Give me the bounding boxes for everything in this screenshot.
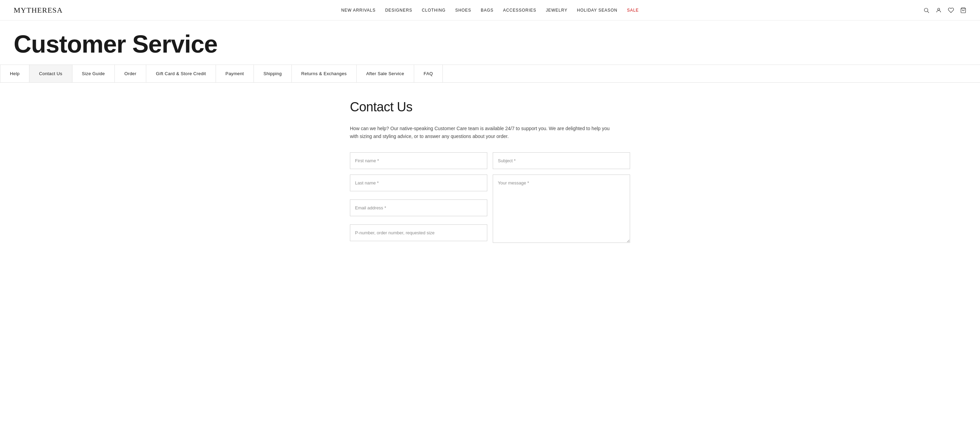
- first-name-field: [350, 153, 487, 169]
- main-content: Contact Us How can we help? Our native-s…: [336, 83, 644, 261]
- tab-faq[interactable]: FAQ: [414, 65, 443, 82]
- subject-field: [493, 153, 630, 169]
- p-number-input[interactable]: [350, 224, 487, 241]
- tab-help[interactable]: Help: [0, 65, 29, 82]
- header-icons: [923, 7, 966, 13]
- subject-input[interactable]: [493, 153, 630, 169]
- nav-sale[interactable]: SALE: [627, 8, 639, 13]
- last-name-input[interactable]: [350, 175, 487, 191]
- page-title: Customer Service: [14, 31, 966, 58]
- email-field: [350, 199, 487, 219]
- tabs-bar: Help Contact Us Size Guide Order Gift Ca…: [0, 65, 980, 83]
- svg-point-0: [924, 8, 928, 12]
- nav-shoes[interactable]: SHOES: [455, 8, 471, 13]
- tab-payment[interactable]: Payment: [216, 65, 254, 82]
- search-icon[interactable]: [923, 7, 929, 13]
- nav-holiday-season[interactable]: HOLIDAY SEASON: [577, 8, 617, 13]
- nav-designers[interactable]: DESIGNERS: [385, 8, 412, 13]
- nav-accessories[interactable]: ACCESSORIES: [503, 8, 536, 13]
- main-nav: NEW ARRIVALS DESIGNERS CLOTHING SHOES BA…: [341, 8, 639, 13]
- email-input[interactable]: [350, 199, 487, 216]
- wishlist-icon[interactable]: [948, 7, 954, 13]
- tab-order[interactable]: Order: [115, 65, 146, 82]
- message-input[interactable]: [493, 175, 630, 243]
- logo[interactable]: MYTHERESA: [14, 6, 62, 15]
- svg-point-2: [938, 8, 940, 10]
- tab-returns[interactable]: Returns & Exchanges: [292, 65, 357, 82]
- contact-section-title: Contact Us: [350, 100, 630, 114]
- tab-after-sale[interactable]: After Sale Service: [357, 65, 414, 82]
- contact-form: [350, 153, 630, 244]
- nav-bags[interactable]: BAGS: [481, 8, 493, 13]
- first-name-input[interactable]: [350, 153, 487, 169]
- last-name-field: [350, 175, 487, 194]
- nav-jewelry[interactable]: JEWELRY: [546, 8, 567, 13]
- tab-contact-us[interactable]: Contact Us: [29, 65, 72, 82]
- svg-line-1: [928, 11, 929, 13]
- account-icon[interactable]: [935, 7, 942, 13]
- nav-clothing[interactable]: CLOTHING: [422, 8, 445, 13]
- message-field: [493, 175, 630, 244]
- nav-new-arrivals[interactable]: NEW ARRIVALS: [341, 8, 375, 13]
- tab-shipping[interactable]: Shipping: [254, 65, 292, 82]
- header: MYTHERESA NEW ARRIVALS DESIGNERS CLOTHIN…: [0, 0, 980, 21]
- contact-description: How can we help? Our native-speaking Cus…: [350, 125, 616, 140]
- page-title-section: Customer Service: [0, 21, 980, 65]
- cart-icon[interactable]: [960, 7, 966, 13]
- tab-size-guide[interactable]: Size Guide: [72, 65, 115, 82]
- tab-gift-card[interactable]: Gift Card & Store Credit: [146, 65, 216, 82]
- p-number-field: [350, 224, 487, 244]
